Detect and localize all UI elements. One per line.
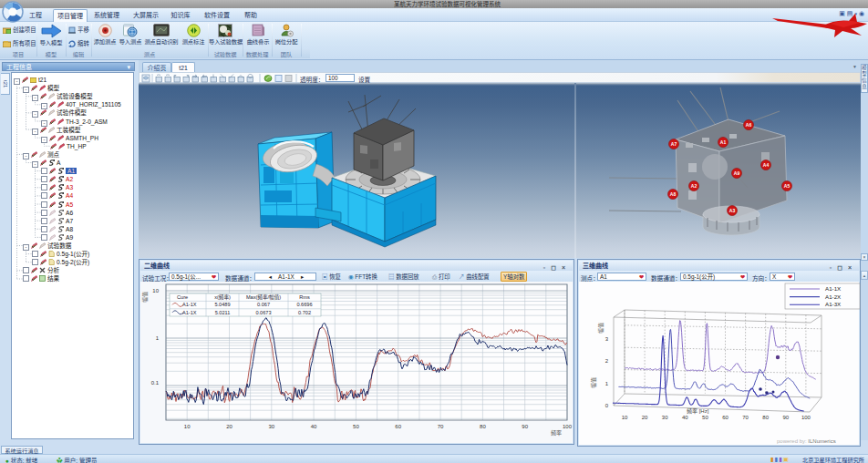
svg-text:A1-1X: A1-1X xyxy=(825,285,841,292)
svg-text:x(频率): x(频率) xyxy=(214,293,231,301)
svg-text:0.1: 0.1 xyxy=(151,380,160,386)
svg-text:A8: A8 xyxy=(670,191,677,197)
svg-text:Max(频率/幅值): Max(频率/幅值) xyxy=(246,293,281,301)
svg-text:60: 60 xyxy=(395,424,401,429)
svg-text:20: 20 xyxy=(226,424,232,429)
svg-text:幅值: 幅值 xyxy=(590,377,597,388)
svg-text:幅值: 幅值 xyxy=(597,323,604,334)
svg-text:70: 70 xyxy=(742,415,749,420)
svg-text:A3: A3 xyxy=(729,208,736,213)
svg-text:Rms: Rms xyxy=(299,294,310,300)
svg-text:10: 10 xyxy=(184,424,191,429)
svg-text:80: 80 xyxy=(762,415,769,420)
svg-text:1: 1 xyxy=(605,381,609,386)
svg-text:A1-3X: A1-3X xyxy=(825,301,841,307)
svg-text:5.0489: 5.0489 xyxy=(214,302,230,307)
svg-text:0.067: 0.067 xyxy=(257,302,270,307)
svg-text:频率: 频率 xyxy=(551,429,562,437)
svg-text:90: 90 xyxy=(782,415,789,420)
svg-text:0.0673: 0.0673 xyxy=(255,310,271,315)
svg-text:A6: A6 xyxy=(746,122,752,128)
svg-text:1: 1 xyxy=(156,335,160,341)
svg-text:10: 10 xyxy=(622,415,628,420)
svg-text:3: 3 xyxy=(605,336,609,342)
svg-text:A1-1X: A1-1X xyxy=(182,302,197,307)
svg-text:20: 20 xyxy=(642,415,648,420)
svg-text:A1-1X: A1-1X xyxy=(182,310,197,315)
svg-text:50: 50 xyxy=(702,415,708,420)
svg-text:powered by: ILNumerics: powered by: ILNumerics xyxy=(777,438,836,444)
svg-text:A7: A7 xyxy=(671,141,677,147)
svg-text:A2: A2 xyxy=(691,183,698,189)
svg-text:0: 0 xyxy=(605,403,609,408)
svg-text:80: 80 xyxy=(480,424,486,429)
svg-text:A1: A1 xyxy=(720,139,727,145)
svg-text:50: 50 xyxy=(353,424,359,429)
svg-text:40: 40 xyxy=(682,415,688,420)
svg-text:10: 10 xyxy=(152,288,159,293)
svg-text:0.6696: 0.6696 xyxy=(296,302,312,307)
svg-text:90: 90 xyxy=(522,424,528,429)
svg-text:A9: A9 xyxy=(734,170,740,176)
svg-text:A4: A4 xyxy=(763,162,770,168)
svg-text:100: 100 xyxy=(801,415,811,420)
svg-text:幅值: 幅值 xyxy=(141,292,149,303)
svg-text:2: 2 xyxy=(605,358,609,364)
svg-text:0.702: 0.702 xyxy=(298,310,311,315)
svg-text:5.0211: 5.0211 xyxy=(215,310,231,315)
svg-text:频率 [Hz]: 频率 [Hz] xyxy=(687,407,709,415)
svg-text:60: 60 xyxy=(722,415,728,420)
svg-text:100: 100 xyxy=(563,424,573,429)
svg-text:A1-2X: A1-2X xyxy=(825,293,841,300)
svg-text:Cure: Cure xyxy=(177,294,188,300)
svg-text:30: 30 xyxy=(662,415,668,420)
svg-text:30: 30 xyxy=(268,424,274,429)
svg-text:40: 40 xyxy=(311,424,317,429)
svg-text:70: 70 xyxy=(438,424,444,429)
svg-text:A5: A5 xyxy=(784,183,790,189)
